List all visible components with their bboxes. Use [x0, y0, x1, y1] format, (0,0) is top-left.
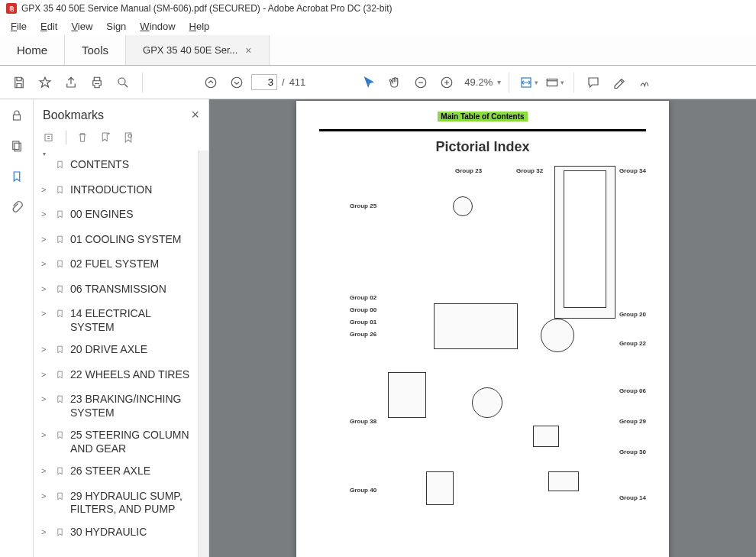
bookmark-item[interactable]: >INTRODUCTION — [40, 179, 195, 204]
bookmark-icon — [55, 491, 66, 506]
expand-icon[interactable]: > — [41, 527, 50, 538]
page-up-button[interactable] — [199, 71, 222, 94]
document-viewport[interactable]: Main Table of Contents Pictorial Index — [209, 99, 756, 557]
bookmark-label: INTRODUCTION — [70, 183, 193, 197]
expand-icon[interactable]: > — [41, 235, 50, 245]
chevron-down-icon: ▾ — [497, 78, 501, 86]
read-mode-button[interactable]: ▾ — [543, 71, 566, 94]
expand-icon[interactable]: > — [41, 309, 50, 319]
pdf-icon: ⎘ — [6, 3, 17, 14]
share-button[interactable] — [60, 71, 82, 94]
label-g22: Group 22 — [619, 340, 646, 347]
bookmark-item[interactable]: >30 HYDRAULIC — [40, 521, 195, 546]
bookmark-icon — [55, 234, 66, 249]
expand-icon[interactable]: > — [41, 466, 50, 477]
expand-icon[interactable]: > — [41, 284, 50, 295]
star-button[interactable] — [34, 71, 57, 94]
menu-view[interactable]: View — [65, 19, 99, 34]
expand-icon[interactable]: > — [41, 430, 50, 441]
bookmark-item[interactable]: >01 COOLING SYSTEM — [40, 228, 195, 254]
expand-icon[interactable]: > — [41, 209, 50, 220]
menu-file[interactable]: File — [5, 19, 33, 34]
selection-tool-button[interactable] — [357, 71, 380, 94]
page-heading: Pictorial Index — [319, 139, 646, 155]
menu-edit[interactable]: Edit — [34, 19, 63, 34]
zoom-dropdown[interactable]: 49.2% ▾ — [461, 76, 501, 88]
expand-icon[interactable]: > — [41, 491, 50, 502]
scrollbar[interactable] — [198, 151, 208, 557]
window-titlebar: ⎘ GPX 35 40 50E Service Manual (SM-606).… — [0, 0, 756, 18]
bookmark-item[interactable]: >00 ENGINES — [40, 203, 195, 228]
zoom-in-button[interactable] — [435, 71, 458, 94]
page-separator: / — [282, 76, 285, 88]
thumbnails-icon[interactable] — [8, 138, 25, 154]
menu-window[interactable]: Window — [134, 19, 181, 34]
label-g20: Group 20 — [619, 311, 646, 318]
save-button[interactable] — [8, 71, 31, 94]
bookmark-item[interactable]: CONTENTS — [40, 154, 195, 179]
panel-close-button[interactable]: × — [191, 107, 199, 123]
bookmark-label: 14 ELECTRICAL SYSTEM — [70, 307, 193, 334]
bookmark-label: 20 DRIVE AXLE — [70, 343, 193, 357]
bookmark-label: 23 BRAKING/INCHING SYSTEM — [70, 393, 193, 419]
toolbar-separator — [573, 73, 574, 92]
bookmark-label: 00 ENGINES — [70, 208, 193, 222]
expand-icon[interactable]: > — [41, 259, 50, 270]
expand-icon[interactable]: > — [41, 185, 50, 196]
comment-button[interactable] — [582, 71, 605, 94]
main-area: Bookmarks × ▾ CONTENTS>INTRODUCTION>00 E… — [0, 99, 756, 557]
menu-bar: File Edit View Sign Window Help — [0, 18, 756, 35]
svg-rect-9 — [15, 143, 21, 151]
menu-help[interactable]: Help — [183, 19, 216, 34]
label-g25: Group 25 — [350, 202, 376, 209]
bookmark-item[interactable]: >20 DRIVE AXLE — [40, 338, 195, 364]
bookmark-item[interactable]: >26 STEER AXLE — [40, 460, 195, 485]
label-g02: Group 02 — [350, 294, 376, 301]
toolbar-separator — [142, 73, 143, 92]
bookmark-item[interactable]: >25 STEERING COLUMN AND GEAR — [40, 424, 195, 460]
lock-icon[interactable] — [8, 107, 25, 124]
svg-rect-8 — [12, 141, 18, 150]
bookmark-icon — [55, 308, 66, 323]
expand-icon[interactable]: > — [41, 370, 50, 381]
options-icon[interactable]: ▾ — [43, 131, 57, 144]
find-button[interactable] — [111, 71, 134, 94]
bookmark-item[interactable]: >23 BRAKING/INCHING SYSTEM — [40, 388, 195, 424]
delete-bookmark-icon[interactable] — [76, 131, 89, 144]
page-current-input[interactable] — [251, 74, 277, 90]
toc-link[interactable]: Main Table of Contents — [438, 112, 527, 121]
bookmarks-icon[interactable] — [8, 168, 25, 185]
hand-tool-button[interactable] — [383, 71, 406, 94]
highlight-button[interactable] — [608, 71, 631, 94]
bookmark-item[interactable]: >29 HYDRAULIC SUMP, FILTERS, AND PUMP — [40, 485, 195, 521]
tab-close-icon[interactable]: × — [245, 44, 251, 57]
tab-home[interactable]: Home — [0, 35, 65, 65]
tab-document[interactable]: GPX 35 40 50E Ser... × — [126, 35, 270, 65]
label-g06: Group 06 — [619, 387, 646, 394]
tab-tools[interactable]: Tools — [65, 35, 126, 65]
page-down-button[interactable] — [225, 71, 248, 94]
expand-icon[interactable]: > — [41, 394, 50, 405]
page-number-box: / 411 — [251, 74, 305, 90]
bookmark-icon — [55, 159, 66, 174]
bookmark-item[interactable]: >06 TRANSMISSION — [40, 278, 195, 303]
bookmark-icon — [55, 465, 66, 481]
bookmark-item[interactable]: >22 WHEELS AND TIRES — [40, 364, 195, 389]
bookmark-label: 22 WHEELS AND TIRES — [70, 368, 193, 382]
attachments-icon[interactable] — [8, 199, 25, 215]
tab-document-label: GPX 35 40 50E Ser... — [143, 44, 237, 56]
bookmark-item[interactable]: >02 FUEL SYSTEM — [40, 253, 195, 278]
new-bookmark-icon[interactable] — [99, 131, 112, 144]
sign-button[interactable] — [634, 71, 657, 94]
bookmark-item[interactable]: >14 ELECTRICAL SYSTEM — [40, 303, 195, 338]
bookmark-label: 25 STEERING COLUMN AND GEAR — [70, 429, 193, 455]
expand-icon[interactable]: > — [41, 345, 50, 355]
find-bookmark-icon[interactable] — [121, 131, 135, 144]
zoom-value: 49.2% — [461, 76, 496, 88]
main-toolbar: / 411 49.2% ▾ ▾ ▾ — [0, 66, 756, 99]
menu-sign[interactable]: Sign — [100, 19, 132, 34]
fit-width-button[interactable]: ▾ — [517, 71, 540, 94]
print-button[interactable] — [86, 71, 108, 94]
pdf-page: Main Table of Contents Pictorial Index — [296, 101, 669, 557]
zoom-out-button[interactable] — [409, 71, 432, 94]
